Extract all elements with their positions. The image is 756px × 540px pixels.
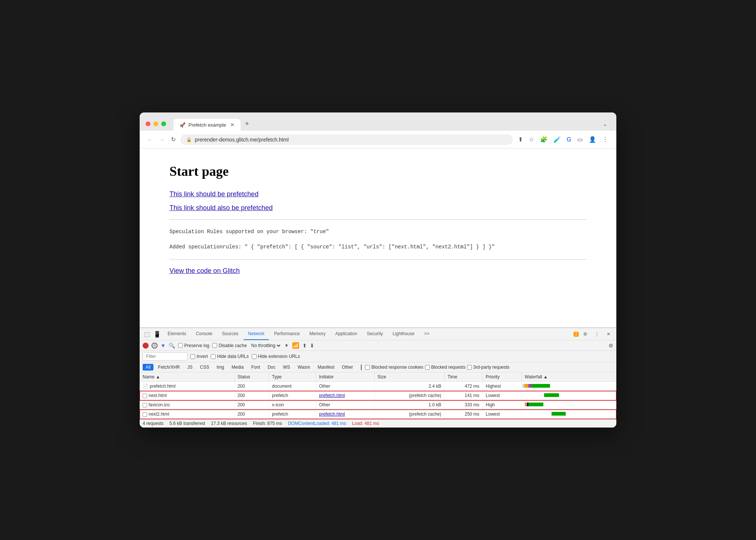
preserve-log-label[interactable]: Preserve log	[178, 343, 209, 348]
col-name[interactable]: Name ▲	[140, 372, 234, 382]
type-btn-wasm[interactable]: Wasm	[295, 364, 313, 371]
menu-icon[interactable]: ⋮	[600, 134, 610, 145]
blocked-requests-label[interactable]: Blocked requests	[425, 365, 466, 370]
table-row[interactable]: next2.html200prefetchprefetch.html(prefe…	[140, 410, 616, 419]
type-btn-img[interactable]: Img	[214, 364, 227, 371]
row-status: 200	[234, 391, 269, 400]
network-settings-icon[interactable]: ⚙	[609, 343, 613, 349]
col-status[interactable]: Status	[234, 372, 269, 382]
row-checkbox[interactable]	[143, 403, 147, 407]
extensions-icon[interactable]: 🧩	[538, 134, 550, 145]
disable-cache-checkbox[interactable]	[212, 343, 217, 348]
col-waterfall[interactable]: Waterfall ▲	[521, 372, 616, 382]
table-row[interactable]: next.html200prefetchprefetch.html(prefet…	[140, 391, 616, 400]
tab-console[interactable]: Console	[191, 328, 217, 340]
new-tab-button[interactable]: +	[241, 117, 254, 131]
tab-network[interactable]: Network	[244, 328, 269, 340]
row-waterfall	[521, 382, 616, 391]
forward-button[interactable]: →	[158, 135, 166, 144]
col-initiator[interactable]: Initiator	[316, 372, 374, 382]
link1[interactable]: This link should be prefetched	[169, 190, 587, 198]
url-bar[interactable]: 🔒 prerender-demos.glitch.me/prefetch.htm…	[180, 134, 513, 145]
col-priority[interactable]: Priority	[483, 372, 522, 382]
filter-icon[interactable]: ▼	[161, 343, 166, 349]
google-icon[interactable]: G	[565, 134, 574, 145]
page-content: Start page This link should be prefetche…	[140, 149, 616, 327]
table-row[interactable]: 📄prefetch.html200documentOther2.4 kB472 …	[140, 382, 616, 391]
table-row[interactable]: favicon.ico200x-iconOther1.0 kB333 msHig…	[140, 400, 616, 410]
devtools-device-icon[interactable]: 📱	[152, 329, 162, 339]
type-btn-ws[interactable]: WS	[280, 364, 293, 371]
tab-menu-button[interactable]: ⌄	[600, 120, 610, 128]
glitch-link[interactable]: View the code on Glitch	[169, 267, 587, 275]
tab-performance[interactable]: Performance	[270, 328, 304, 340]
upload-icon[interactable]: ⬆	[302, 343, 307, 349]
tab-memory[interactable]: Memory	[305, 328, 330, 340]
tab-elements[interactable]: Elements	[163, 328, 191, 340]
maximize-button[interactable]	[161, 121, 166, 126]
lab-icon[interactable]: 🧪	[551, 134, 563, 145]
type-btn-css[interactable]: CSS	[197, 364, 212, 371]
row-type: x-icon	[269, 400, 316, 410]
close-button[interactable]	[146, 121, 150, 126]
load-time[interactable]: Load: 481 ms	[352, 421, 379, 426]
type-btn-fetch[interactable]: Fetch/XHR	[155, 364, 183, 371]
third-party-requests-checkbox[interactable]	[467, 365, 472, 370]
type-btn-font[interactable]: Font	[248, 364, 263, 371]
wifi-icon[interactable]: 📶	[292, 342, 299, 349]
hide-data-urls-label[interactable]: Hide data URLs	[211, 354, 249, 359]
back-button[interactable]: ←	[146, 135, 155, 144]
invert-checkbox[interactable]	[190, 354, 195, 359]
blocked-requests-checkbox[interactable]	[425, 365, 430, 370]
tab-security[interactable]: Security	[362, 328, 387, 340]
type-btn-manifest[interactable]: Manifest	[315, 364, 337, 371]
devtools-inspect-icon[interactable]: ⬚	[143, 329, 151, 339]
row-time: 250 ms	[444, 410, 482, 419]
search-icon[interactable]: 🔍	[169, 343, 175, 349]
star-icon[interactable]: ☆	[527, 134, 536, 145]
row-checkbox[interactable]	[143, 394, 147, 398]
active-tab[interactable]: 🚀 Prefetch example ✕	[174, 119, 241, 131]
row-initiator-link[interactable]: prefetch.html	[319, 412, 345, 417]
type-btn-doc[interactable]: Doc	[264, 364, 278, 371]
filter-input[interactable]	[143, 352, 187, 360]
sidebar-icon[interactable]: ▭	[575, 134, 585, 145]
throttle-select[interactable]: No throttling	[250, 343, 282, 349]
hide-extension-urls-label[interactable]: Hide extension URLs	[252, 354, 300, 359]
type-btn-media[interactable]: Media	[229, 364, 247, 371]
type-btn-all[interactable]: All	[143, 364, 153, 371]
type-btn-js[interactable]: JS	[184, 364, 196, 371]
type-btn-other[interactable]: Other	[339, 364, 356, 371]
clear-button[interactable]: ⊘	[152, 343, 158, 349]
throttle-dropdown-icon[interactable]: ▼	[285, 343, 289, 348]
record-button[interactable]	[143, 343, 149, 349]
download-icon[interactable]: ⬇	[310, 343, 314, 349]
reload-button[interactable]: ↻	[169, 134, 177, 144]
tab-application[interactable]: Application	[331, 328, 362, 340]
invert-label[interactable]: Invert	[190, 354, 208, 359]
col-size[interactable]: Size	[374, 372, 444, 382]
third-party-requests-label[interactable]: 3rd-party requests	[467, 365, 509, 370]
share-icon[interactable]: ⬆	[516, 134, 525, 145]
devtools-close-button[interactable]: ✕	[604, 330, 613, 338]
blocked-cookies-checkbox[interactable]	[365, 365, 370, 370]
devtools-settings-button[interactable]: ⚙	[580, 330, 590, 338]
blocked-cookies-label[interactable]: Blocked response cookies	[365, 365, 423, 370]
disable-cache-label[interactable]: Disable cache	[212, 343, 247, 348]
row-initiator-link[interactable]: prefetch.html	[319, 393, 345, 398]
tab-more[interactable]: >>	[420, 328, 434, 340]
col-time[interactable]: Time	[444, 372, 482, 382]
profile-icon[interactable]: 👤	[587, 134, 598, 145]
col-type[interactable]: Type	[269, 372, 316, 382]
preserve-log-checkbox[interactable]	[178, 343, 183, 348]
tab-sources[interactable]: Sources	[217, 328, 243, 340]
hide-data-urls-checkbox[interactable]	[211, 354, 216, 359]
row-checkbox[interactable]	[143, 412, 147, 417]
devtools-more-button[interactable]: ⋮	[592, 330, 602, 338]
minimize-button[interactable]	[153, 121, 158, 126]
hide-extension-urls-checkbox[interactable]	[252, 354, 257, 359]
tab-close-button[interactable]: ✕	[230, 122, 235, 128]
tab-lighthouse[interactable]: Lighthouse	[388, 328, 419, 340]
dom-content-loaded[interactable]: DOMContentLoaded: 481 ms	[288, 421, 346, 426]
link2[interactable]: This link should also be prefetched	[169, 204, 587, 212]
